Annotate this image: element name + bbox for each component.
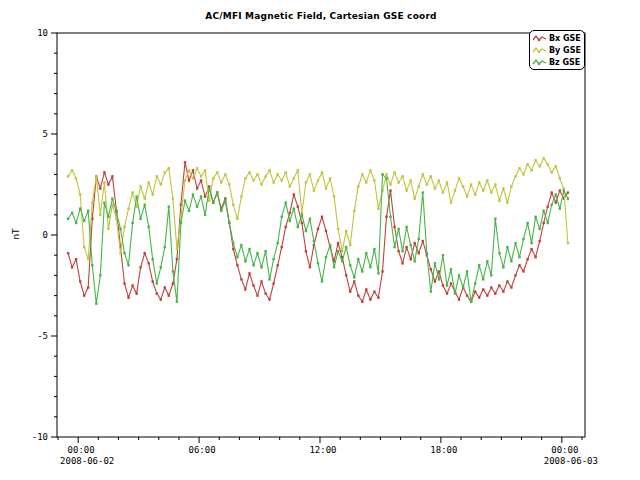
legend-label-bx: Bx GSE: [549, 34, 581, 43]
svg-text:00:00: 00:00: [68, 445, 95, 455]
svg-text:-10: -10: [32, 432, 48, 442]
svg-text:0: 0: [43, 230, 48, 240]
legend-item-bz: Bz GSE: [532, 56, 581, 68]
legend-label-by: By GSE: [549, 46, 581, 55]
chart-window: AC/MFI Magnetic Field, Cartesian GSE coo…: [0, 0, 640, 480]
legend-item-bx: Bx GSE: [532, 32, 581, 44]
svg-text:5: 5: [43, 129, 48, 139]
svg-text:06:00: 06:00: [189, 445, 216, 455]
legend-label-bz: Bz GSE: [549, 58, 580, 67]
by-line-sample-icon: [532, 46, 547, 55]
legend-item-by: By GSE: [532, 44, 581, 56]
bx-line-sample-icon: [532, 34, 547, 43]
legend: Bx GSE By GSE Bz GSE: [529, 30, 585, 70]
svg-text:2008-06-02: 2008-06-02: [60, 456, 114, 466]
svg-text:00:00: 00:00: [551, 445, 578, 455]
svg-text:12:00: 12:00: [309, 445, 336, 455]
svg-text:-5: -5: [37, 331, 48, 341]
bz-line-sample-icon: [532, 58, 547, 67]
svg-text:18:00: 18:00: [430, 445, 457, 455]
svg-text:10: 10: [37, 28, 48, 38]
plot-canvas[interactable]: 1050-5-1000:002008-06-0206:0012:0018:000…: [0, 0, 640, 480]
svg-text:2008-06-03: 2008-06-03: [544, 456, 598, 466]
